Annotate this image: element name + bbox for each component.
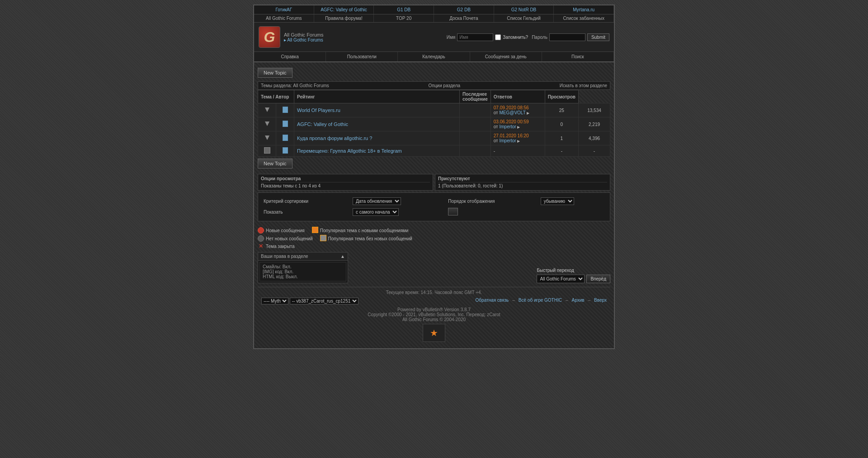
rating-cell xyxy=(460,117,491,131)
password-input[interactable] xyxy=(549,33,585,41)
new-topic-button-bottom[interactable]: New Topic xyxy=(258,159,292,168)
forum-header-right: Искать в этом разделе xyxy=(560,83,607,88)
topic-title-link[interactable]: World Of Players.ru xyxy=(297,107,340,113)
new-topic-button-top[interactable]: New Topic xyxy=(258,68,292,78)
post-author-link[interactable]: Impertor xyxy=(499,124,516,129)
bottom-area: Новые сообщения Популярная тема с новыми… xyxy=(258,224,610,283)
sub-nav-board[interactable]: Доска Почета xyxy=(434,14,494,22)
topic-note-cell xyxy=(276,145,294,157)
new-messages-icon xyxy=(258,227,264,234)
present-count: 1 (Пользователей: 0, гостей: 1) xyxy=(438,183,607,188)
options-section: Опции просмотра Показаны темы с 1 по 4 и… xyxy=(258,174,610,191)
topic-note-cell xyxy=(276,103,294,117)
views-cell: 2,219 xyxy=(579,117,610,131)
note-icon xyxy=(283,147,288,154)
present-box: Присутствуют 1 (Пользователей: 0, гостей… xyxy=(435,174,610,191)
quick-jump-button[interactable]: Вперёд xyxy=(586,275,610,283)
legend-new: Новые сообщения Популярная тема с новыми… xyxy=(258,227,412,234)
sub-nav-banned[interactable]: Список забаненных xyxy=(554,14,614,22)
nav-today[interactable]: Сообщения за день xyxy=(470,52,542,61)
show-select[interactable]: с самого начала xyxy=(353,208,399,216)
footer-link-feedback[interactable]: Обратная связь xyxy=(476,298,509,303)
views-cell: 13,534 xyxy=(579,103,610,117)
footer-link-archive[interactable]: Архив xyxy=(572,298,585,303)
rating-cell xyxy=(460,103,491,117)
login-area: Имя Запомнить? Пароль Вход xyxy=(447,33,609,41)
nav-help[interactable]: Справка xyxy=(254,52,326,61)
last-post-cell: 07.09.2020 08:56от MEG@VOLT ▶ xyxy=(491,103,545,117)
footer-links: Обратная связь – Всё об игре GOTHIC – Ар… xyxy=(476,298,607,303)
legend-closed: ✕ Тема закрыта xyxy=(258,243,412,249)
nav-users[interactable]: Пользователи xyxy=(326,52,398,61)
quick-jump-select[interactable]: All Gothic Forums xyxy=(537,275,585,283)
legend-section: Новые сообщения Популярная тема с новыми… xyxy=(258,227,412,249)
nav-search[interactable]: Поиск xyxy=(542,52,614,61)
legend-old-label: Нет новых сообщений xyxy=(266,236,313,241)
legend-new-label: Новые сообщения xyxy=(266,228,305,233)
rights-header: Ваши права в разделе ▲ xyxy=(258,252,348,261)
topic-icon-cell xyxy=(258,103,276,117)
move-icon xyxy=(264,147,270,154)
replies-cell: 25 xyxy=(545,103,578,117)
rights-toggle[interactable]: ▲ xyxy=(340,254,345,259)
nav-calendar[interactable]: Календарь xyxy=(398,52,470,61)
top-nav-agfc[interactable]: AGFC: Valley of Gothic xyxy=(314,5,374,14)
footer-link-top[interactable]: Вверх xyxy=(594,298,607,303)
last-post-cell: - xyxy=(491,145,545,157)
topic-title-link[interactable]: AGFC: Valley of Gothic xyxy=(297,122,348,127)
breadcrumb: ▸ All Gothic Forums xyxy=(284,37,323,42)
sub-nav-guilds[interactable]: Список Гильдий xyxy=(494,14,554,22)
vb-logo: ★ xyxy=(423,324,445,342)
last-post-cell: 03.06.2020 00:59от Impertor ▶ xyxy=(491,117,545,131)
style-select[interactable]: ---- Myth xyxy=(261,298,288,304)
replies-cell: - xyxy=(545,145,578,157)
order-select[interactable]: убыванию xyxy=(541,197,574,205)
order-label: Порядок отображения xyxy=(446,196,538,206)
table-row: Куда пропал форум allgothic.ru ? 27.01.2… xyxy=(258,131,610,145)
views-cell: - xyxy=(579,145,610,157)
top-nav-g2db[interactable]: G2 DB xyxy=(434,5,494,14)
forum-header-row: Темы раздела: All Gothic Forums Опции ра… xyxy=(258,81,610,90)
topic-title-cell: Куда пропал форум allgothic.ru ? xyxy=(294,131,460,145)
forum-header-left: Темы раздела: All Gothic Forums xyxy=(261,83,329,88)
post-author-link[interactable]: MEG@VOLT xyxy=(499,110,525,115)
topic-icon-cell xyxy=(258,131,276,145)
post-date: 07.09.2020 08:56 xyxy=(494,105,529,110)
topic-icon-cell xyxy=(258,145,276,157)
th-lastpost[interactable]: Последнее сообщение xyxy=(460,90,491,103)
copyright-text: Copyright ©2000 - 2021, vBulletin Soluti… xyxy=(261,312,607,317)
top-nav-gothicag[interactable]: ГотикАГ xyxy=(254,5,314,14)
lang-select[interactable]: -- vb387_zCarot_rus_cp1251 xyxy=(290,298,359,304)
top-nav-myrtana[interactable]: Myrtana.ru xyxy=(554,5,614,14)
topic-title-link[interactable]: Перемещено: Группа Allgothic 18+ в Teleg… xyxy=(297,148,402,154)
replies-cell: 1 xyxy=(545,131,578,145)
quick-jump: Быстрый переход All Gothic Forums Вперёд xyxy=(537,268,610,283)
top-nav-g2notr[interactable]: G2 NotR DB xyxy=(494,5,554,14)
views-cell: 4,396 xyxy=(579,131,610,145)
post-author-link[interactable]: Impertor xyxy=(499,138,516,143)
sort-select[interactable]: Дата обновления xyxy=(353,197,401,205)
rights-section: Ваши права в разделе ▲ Смайлы: Вкл. [IMG… xyxy=(258,252,412,283)
main-nav: Справка Пользователи Календарь Сообщения… xyxy=(254,52,614,62)
remember-label: Запомнить? xyxy=(503,35,528,40)
powered-text: Powered by vBulletin® Version 3.8.7 xyxy=(261,307,607,312)
show-button[interactable]: Отобразить темы xyxy=(448,208,458,215)
logo-area: G All Gothic Forums ▸ All Gothic Forums xyxy=(259,26,323,48)
topic-title-link[interactable]: Куда пропал форум allgothic.ru ? xyxy=(297,136,372,141)
login-button[interactable]: Вход xyxy=(587,33,609,41)
footer-link-gothic[interactable]: Всё об игре GOTHIC xyxy=(519,298,562,303)
top-nav-g1db[interactable]: G1 DB xyxy=(374,5,434,14)
sub-nav-top20[interactable]: TOP 20 xyxy=(374,14,434,22)
present-header: Присутствуют xyxy=(438,176,607,182)
topic-title-cell: Перемещено: Группа Allgothic 18+ в Teleg… xyxy=(294,145,460,157)
login-name-input[interactable] xyxy=(457,33,493,41)
show-label: Показать xyxy=(262,207,350,217)
site-name: All Gothic Forums © 2004-2020 xyxy=(261,317,607,322)
password-label: Пароль xyxy=(532,35,547,40)
footer: Текущее время: 14:15. Часовой пояс GMT +… xyxy=(258,287,610,345)
topic-icon-cell xyxy=(258,117,276,131)
main-frame: ГотикАГ AGFC: Valley of Gothic G1 DB G2 … xyxy=(253,5,615,349)
remember-checkbox[interactable] xyxy=(495,34,501,40)
sub-nav-allgothic[interactable]: All Gothic Forums xyxy=(254,14,314,22)
sub-nav-rules[interactable]: Правила форума! xyxy=(314,14,374,22)
